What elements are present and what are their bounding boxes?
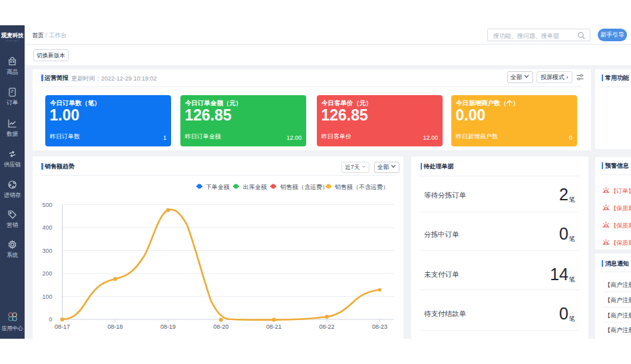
svg-text:08-21: 08-21 (266, 323, 282, 330)
svg-text:08-20: 08-20 (213, 323, 228, 330)
svg-text:出库金额: 出库金额 (243, 184, 267, 190)
svg-text:400: 400 (42, 224, 52, 231)
svg-text:销售额（不含运费）: 销售额（不含运费） (335, 184, 389, 190)
svg-text:08-19: 08-19 (160, 323, 176, 330)
svg-text:08-23: 08-23 (372, 323, 387, 330)
svg-text:100: 100 (42, 293, 52, 300)
svg-text:销售额（含运费）: 销售额（含运费） (280, 184, 328, 190)
svg-text:500: 500 (42, 202, 52, 208)
svg-text:下单金额: 下单金额 (206, 184, 230, 190)
svg-text:200: 200 (42, 270, 52, 277)
svg-text:08-22: 08-22 (319, 323, 334, 330)
svg-text:08-17: 08-17 (55, 323, 70, 330)
svg-text:300: 300 (42, 248, 52, 254)
svg-text:0: 0 (49, 316, 52, 323)
svg-text:08-18: 08-18 (107, 323, 122, 330)
